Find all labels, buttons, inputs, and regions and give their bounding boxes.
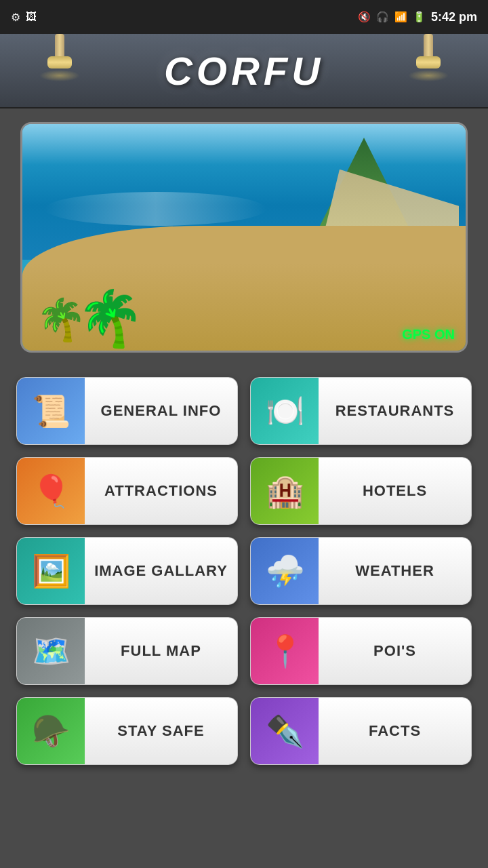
image-gallery-icon: 🖼️ bbox=[17, 537, 85, 605]
pois-label: POI'S bbox=[319, 642, 471, 660]
menu-btn-hotels[interactable]: 🏨HOTELS bbox=[250, 457, 472, 525]
menu-btn-image-gallery[interactable]: 🖼️IMAGE GALLARY bbox=[16, 537, 238, 605]
facts-label: FACTS bbox=[319, 722, 471, 740]
hero-trees-right: 🌴 bbox=[77, 287, 144, 351]
status-time: 5:42 pm bbox=[431, 10, 477, 24]
attractions-icon: 🎈 bbox=[17, 457, 85, 525]
lamp-right bbox=[416, 34, 441, 81]
lamp-pole-right bbox=[424, 34, 433, 56]
weather-label: WEATHER bbox=[319, 562, 471, 580]
gps-status-badge: GPS ON bbox=[402, 327, 455, 342]
attractions-label: ATTRACTIONS bbox=[85, 482, 237, 500]
signal-icon: 📶 bbox=[394, 11, 407, 23]
hotels-label: HOTELS bbox=[319, 482, 471, 500]
menu-btn-general-info[interactable]: 📜GENERAL INFO bbox=[16, 377, 238, 445]
restaurants-label: RESTAURANTS bbox=[319, 402, 471, 420]
lamp-head-left bbox=[47, 56, 72, 68]
lamp-head-right bbox=[416, 56, 441, 68]
menu-btn-stay-safe[interactable]: 🪖STAY SAFE bbox=[16, 697, 238, 765]
menu-btn-weather[interactable]: ⛈️WEATHER bbox=[250, 537, 472, 605]
status-left-icons: ⚙ 🖼 bbox=[11, 11, 37, 24]
hero-water-shimmer bbox=[45, 192, 266, 226]
menu-btn-attractions[interactable]: 🎈ATTRACTIONS bbox=[16, 457, 238, 525]
status-bar: ⚙ 🖼 🔇 🎧 📶 🔋 5:42 pm bbox=[0, 0, 488, 34]
menu-btn-pois[interactable]: 📍POI'S bbox=[250, 617, 472, 685]
general-info-icon: 📜 bbox=[17, 377, 85, 445]
status-right-icons: 🔇 🎧 📶 🔋 5:42 pm bbox=[358, 10, 477, 24]
pois-icon: 📍 bbox=[251, 617, 319, 685]
facts-icon: ✒️ bbox=[251, 697, 319, 765]
menu-btn-facts[interactable]: ✒️FACTS bbox=[250, 697, 472, 765]
stay-safe-icon: 🪖 bbox=[17, 697, 85, 765]
headphone-icon: 🎧 bbox=[376, 11, 389, 23]
image-gallery-label: IMAGE GALLARY bbox=[85, 562, 237, 580]
lamp-glow-right bbox=[408, 70, 449, 81]
image-icon: 🖼 bbox=[26, 11, 37, 24]
mute-icon: 🔇 bbox=[358, 11, 371, 23]
full-map-icon: 🗺️ bbox=[17, 617, 85, 685]
app-title: CORFU bbox=[164, 48, 324, 94]
lamp-pole-left bbox=[55, 34, 64, 56]
menu-btn-full-map[interactable]: 🗺️FULL MAP bbox=[16, 617, 238, 685]
battery-icon: 🔋 bbox=[413, 11, 426, 23]
settings-icon: ⚙ bbox=[11, 11, 20, 24]
full-map-label: FULL MAP bbox=[85, 642, 237, 660]
app-header: CORFU bbox=[0, 34, 488, 108]
hero-image: 🌴 🌴 GPS ON bbox=[20, 122, 468, 353]
menu-btn-restaurants[interactable]: 🍽️RESTAURANTS bbox=[250, 377, 472, 445]
menu-grid: 📜GENERAL INFO🍽️RESTAURANTS🎈ATTRACTIONS🏨H… bbox=[0, 361, 488, 781]
restaurants-icon: 🍽️ bbox=[251, 377, 319, 445]
lamp-left bbox=[47, 34, 72, 81]
general-info-label: GENERAL INFO bbox=[85, 402, 237, 420]
weather-icon: ⛈️ bbox=[251, 537, 319, 605]
hotels-icon: 🏨 bbox=[251, 457, 319, 525]
lamp-glow-left bbox=[39, 70, 80, 81]
stay-safe-label: STAY SAFE bbox=[85, 722, 237, 740]
